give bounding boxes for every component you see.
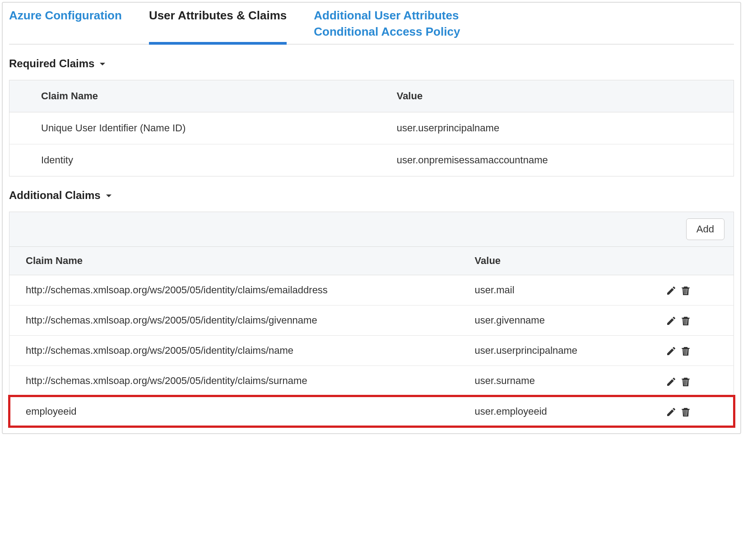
additional-claims-table: Add Claim Name Value http://schemas.xmls… — [9, 212, 734, 427]
tabs: Azure Configuration User Attributes & Cl… — [9, 3, 734, 45]
required-header-value: Value — [365, 80, 734, 112]
delete-icon[interactable] — [680, 375, 691, 387]
row-actions — [661, 396, 734, 426]
additional-claims-title: Additional Claims — [9, 189, 101, 202]
required-header-name: Claim Name — [9, 80, 365, 112]
claim-value-cell: user.userprincipalname — [365, 112, 734, 144]
required-claims-title: Required Claims — [9, 57, 94, 70]
table-row: http://schemas.xmlsoap.org/ws/2005/05/id… — [9, 275, 734, 305]
claim-value-cell: user.onpremisessamaccountname — [365, 144, 734, 176]
table-row: http://schemas.xmlsoap.org/ws/2005/05/id… — [9, 305, 734, 335]
tab-user-attributes-claims[interactable]: User Attributes & Claims — [149, 7, 287, 45]
claim-name-cell: employeeid — [9, 396, 459, 426]
table-row: Identityuser.onpremisessamaccountname — [9, 144, 734, 176]
table-row: employeeiduser.employeeid — [9, 396, 734, 426]
claim-value-cell: user.employeeid — [459, 396, 661, 426]
edit-icon[interactable] — [666, 345, 677, 356]
edit-icon[interactable] — [666, 315, 677, 326]
row-actions — [661, 336, 734, 366]
required-claims-table: Claim Name Value Unique User Identifier … — [9, 80, 734, 176]
edit-icon[interactable] — [666, 375, 677, 387]
claim-name-cell: Unique User Identifier (Name ID) — [9, 112, 365, 144]
claim-value-cell: user.userprincipalname — [459, 336, 661, 366]
required-claims-header[interactable]: Required Claims — [9, 57, 734, 70]
delete-icon[interactable] — [680, 406, 691, 417]
claim-value-cell: user.givenname — [459, 305, 661, 335]
table-row: http://schemas.xmlsoap.org/ws/2005/05/id… — [9, 336, 734, 366]
claim-name-cell: Identity — [9, 144, 365, 176]
row-actions — [661, 275, 734, 305]
additional-header-name: Claim Name — [9, 246, 459, 275]
claim-name-cell: http://schemas.xmlsoap.org/ws/2005/05/id… — [9, 366, 459, 396]
claim-name-cell: http://schemas.xmlsoap.org/ws/2005/05/id… — [9, 305, 459, 335]
claim-value-cell: user.mail — [459, 275, 661, 305]
delete-icon[interactable] — [680, 284, 691, 296]
tab-azure-configuration[interactable]: Azure Configuration — [9, 7, 122, 44]
additional-claims-header[interactable]: Additional Claims — [9, 189, 734, 202]
table-row: Unique User Identifier (Name ID)user.use… — [9, 112, 734, 144]
add-button[interactable]: Add — [686, 218, 724, 240]
delete-icon[interactable] — [680, 315, 691, 326]
row-actions — [661, 305, 734, 335]
claim-name-cell: http://schemas.xmlsoap.org/ws/2005/05/id… — [9, 336, 459, 366]
tab-conditional-access-policy[interactable]: Conditional Access Policy — [314, 23, 460, 43]
additional-header-value: Value — [459, 246, 661, 275]
delete-icon[interactable] — [680, 345, 691, 356]
tab-group-right: Additional User Attributes Conditional A… — [314, 7, 460, 44]
edit-icon[interactable] — [666, 406, 677, 417]
config-panel: Azure Configuration User Attributes & Cl… — [2, 2, 741, 434]
caret-down-icon — [105, 189, 112, 202]
edit-icon[interactable] — [666, 284, 677, 296]
claim-value-cell: user.surname — [459, 366, 661, 396]
claim-name-cell: http://schemas.xmlsoap.org/ws/2005/05/id… — [9, 275, 459, 305]
table-row: http://schemas.xmlsoap.org/ws/2005/05/id… — [9, 366, 734, 396]
tab-additional-user-attributes[interactable]: Additional User Attributes — [314, 7, 460, 23]
caret-down-icon — [99, 57, 106, 70]
row-actions — [661, 366, 734, 396]
